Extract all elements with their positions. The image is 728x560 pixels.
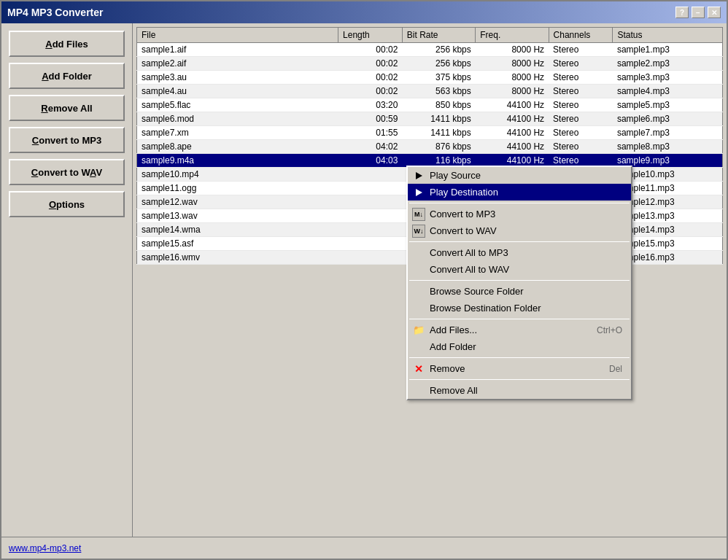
menu-separator (409, 241, 630, 242)
close-button[interactable]: ✕ (708, 7, 721, 18)
table-row[interactable]: sample6.mod 00:59 1411 kbps 44100 Hz Ste… (137, 112, 723, 126)
cell-channels: Stereo (549, 112, 613, 126)
col-header-bitrate: Bit Rate (402, 28, 475, 43)
menu-separator (409, 280, 630, 281)
cell-length: 03:20 (338, 98, 403, 112)
cell-length (338, 237, 403, 251)
col-header-channels: Channels (549, 28, 613, 43)
help-button[interactable]: ? (675, 7, 689, 18)
cell-freq: 44100 Hz (476, 98, 549, 112)
add-files-button[interactable]: Add Files (9, 31, 125, 57)
col-header-freq: Freq. (476, 28, 549, 43)
cell-length: 00:02 (338, 71, 403, 85)
context-menu-item-add-folder[interactable]: Add Folder (408, 338, 631, 355)
cell-channels: Stereo (549, 140, 613, 154)
cell-freq: 44100 Hz (476, 126, 549, 140)
context-menu-item-convert-all-wav[interactable]: Convert All to WAV (408, 261, 631, 278)
menu-item-label: Remove All (430, 385, 478, 396)
options-button[interactable]: Options (9, 191, 125, 217)
cell-length: 00:02 (338, 43, 403, 57)
bottom-bar: www.mp4-mp3.net (1, 537, 727, 559)
cell-channels: Stereo (549, 98, 613, 112)
cell-freq: 8000 Hz (476, 85, 549, 98)
context-menu-item-convert-to-mp3[interactable]: M↓Convert to MP3 (408, 206, 631, 222)
context-menu-item-convert-to-wav[interactable]: W↓Convert to WAV (408, 222, 631, 239)
context-menu-item-browse-dest[interactable]: Browse Destination Folder (408, 300, 631, 316)
table-row[interactable]: sample8.ape 04:02 876 kbps 44100 Hz Ster… (137, 140, 723, 154)
folder-icon: 📁 (412, 324, 425, 337)
convert-mp3-button[interactable]: Convert to MP3 (9, 127, 125, 153)
cell-status: sample5.mp3 (613, 98, 723, 112)
website-link[interactable]: www.mp4-mp3.net (9, 543, 81, 553)
convert-wav-button[interactable]: Convert to WAV (9, 159, 125, 185)
cell-freq: 8000 Hz (476, 43, 549, 57)
context-menu-item-play-destination[interactable]: Play Destination (408, 184, 631, 201)
cell-freq: 8000 Hz (476, 71, 549, 85)
context-menu-item-add-files[interactable]: 📁Add Files...Ctrl+O (408, 322, 631, 338)
context-menu-item-browse-source[interactable]: Browse Source Folder (408, 283, 631, 300)
cell-channels: Stereo (549, 43, 613, 57)
cell-length (338, 182, 403, 195)
table-row[interactable]: sample3.au 00:02 375 kbps 8000 Hz Stereo… (137, 71, 723, 85)
col-header-length: Length (338, 28, 403, 43)
cell-status: sample2.mp3 (613, 57, 723, 71)
cell-file: sample6.mod (137, 112, 338, 126)
cell-channels: Stereo (549, 85, 613, 98)
play-icon (412, 186, 425, 199)
cell-file: sample16.wmv (137, 251, 338, 265)
context-menu-item-remove-all[interactable]: Remove All (408, 382, 631, 399)
main-window: MP4 MP3 Converter ? − ✕ Add Files Add Fo… (0, 0, 728, 560)
mp3-icon: M↓ (412, 208, 425, 221)
cell-file: sample13.wav (137, 209, 338, 223)
menu-item-label: Convert All to WAV (430, 264, 509, 275)
cell-length (338, 195, 403, 209)
cell-status: sample8.mp3 (613, 140, 723, 154)
file-area: File Length Bit Rate Freq. Channels Stat… (133, 23, 727, 537)
cell-bitrate: 256 kbps (402, 57, 475, 71)
cell-length: 00:02 (338, 57, 403, 71)
table-row[interactable]: sample1.aif 00:02 256 kbps 8000 Hz Stere… (137, 43, 723, 57)
remove-all-button[interactable]: Remove All (9, 95, 125, 121)
cell-status: sample3.mp3 (613, 71, 723, 85)
cell-file: sample10.mp4 (137, 168, 338, 182)
window-title: MP4 MP3 Converter (7, 7, 103, 18)
menu-separator (409, 357, 630, 358)
cell-length: 00:59 (338, 112, 403, 126)
context-menu-item-convert-all-mp3[interactable]: Convert All to MP3 (408, 244, 631, 261)
table-row[interactable]: sample7.xm 01:55 1411 kbps 44100 Hz Ster… (137, 126, 723, 140)
menu-item-label: Add Files... (430, 324, 477, 335)
menu-item-label: Convert to MP3 (430, 209, 495, 219)
menu-separator (409, 203, 630, 203)
minimize-button[interactable]: − (692, 7, 705, 18)
table-row[interactable]: sample2.aif 00:02 256 kbps 8000 Hz Stere… (137, 57, 723, 71)
cell-file: sample1.aif (137, 43, 338, 57)
menu-item-label: Remove (430, 363, 465, 374)
cell-bitrate: 256 kbps (402, 43, 475, 57)
cell-bitrate: 1411 kbps (402, 126, 475, 140)
cell-length: 00:02 (338, 85, 403, 98)
cell-bitrate: 876 kbps (402, 140, 475, 154)
cell-status: sample7.mp3 (613, 126, 723, 140)
table-row[interactable]: sample5.flac 03:20 850 kbps 44100 Hz Ste… (137, 98, 723, 112)
cell-file: sample7.xm (137, 126, 338, 140)
remove-icon: ✕ (412, 362, 425, 376)
context-menu-item-remove[interactable]: ✕RemoveDel (408, 360, 631, 377)
cell-channels: Stereo (549, 126, 613, 140)
cell-file: sample5.flac (137, 98, 338, 112)
window-controls: ? − ✕ (675, 7, 721, 18)
cell-file: sample15.asf (137, 237, 338, 251)
add-folder-button[interactable]: Add Folder (9, 63, 125, 89)
cell-length (338, 168, 403, 182)
cell-bitrate: 1411 kbps (402, 112, 475, 126)
menu-item-label: Convert All to MP3 (430, 247, 508, 258)
context-menu: Play SourcePlay DestinationM↓Convert to … (406, 166, 632, 400)
menu-item-label: Add Folder (430, 341, 476, 352)
table-row[interactable]: sample4.au 00:02 563 kbps 8000 Hz Stereo… (137, 85, 723, 98)
cell-length (338, 223, 403, 237)
main-content: Add Files Add Folder Remove All Convert … (1, 23, 727, 537)
context-menu-item-play-source[interactable]: Play Source (408, 167, 631, 184)
wav-icon: W↓ (412, 225, 425, 238)
title-bar: MP4 MP3 Converter ? − ✕ (1, 1, 727, 23)
shortcut-label: Del (609, 364, 622, 374)
play-icon (412, 169, 425, 182)
